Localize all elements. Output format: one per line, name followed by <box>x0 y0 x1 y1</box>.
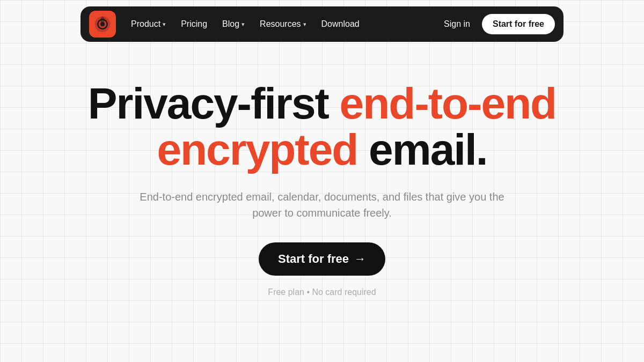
nav-right: Sign in Start for free <box>436 14 555 34</box>
navbar: Product ▾ Pricing Blog ▾ Resources ▾ Dow… <box>80 6 564 42</box>
hero-cta-button[interactable]: Start for free → <box>259 242 385 276</box>
hero-section: Privacy-first end-to-end encrypted email… <box>27 48 617 319</box>
logo[interactable] <box>89 11 116 38</box>
nav-item-blog[interactable]: Blog ▾ <box>216 15 251 33</box>
nav-item-pricing[interactable]: Pricing <box>174 15 214 33</box>
hero-headline: Privacy-first end-to-end encrypted email… <box>38 80 606 173</box>
hero-subtext: End-to-end encrypted email, calendar, do… <box>140 189 504 221</box>
nav-cta-button[interactable]: Start for free <box>482 14 555 34</box>
chevron-down-icon: ▾ <box>241 21 245 28</box>
signin-link[interactable]: Sign in <box>436 15 478 33</box>
nav-links: Product ▾ Pricing Blog ▾ Resources ▾ Dow… <box>125 15 434 33</box>
arrow-icon: → <box>354 252 366 266</box>
chevron-down-icon: ▾ <box>303 21 306 28</box>
nav-item-download[interactable]: Download <box>315 15 366 33</box>
hero-footnote: Free plan • No card required <box>38 287 606 297</box>
chevron-down-icon: ▾ <box>163 21 166 28</box>
nav-item-product[interactable]: Product ▾ <box>125 15 172 33</box>
nav-item-resources[interactable]: Resources ▾ <box>253 15 312 33</box>
